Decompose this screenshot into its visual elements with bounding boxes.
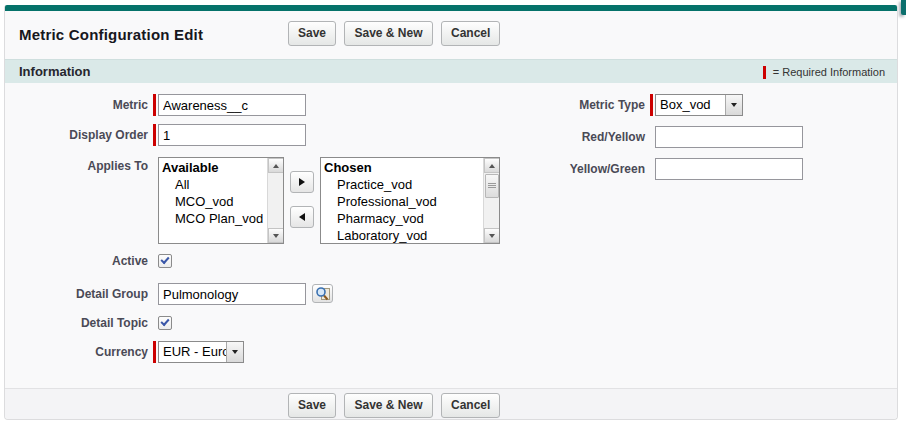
list-item[interactable]: Practice_vod	[321, 176, 483, 193]
right-arrow-icon	[299, 178, 305, 186]
yellow-green-input[interactable]	[655, 158, 803, 180]
display-order-field-row: Display Order	[11, 124, 541, 146]
red-yellow-field-row: Red/Yellow	[550, 126, 895, 148]
detail-topic-field-row: Detail Topic	[11, 315, 541, 330]
chevron-down-icon	[232, 350, 238, 354]
required-marker-icon	[153, 341, 156, 363]
detail-group-input[interactable]	[158, 283, 306, 305]
chosen-group-header: Chosen	[321, 159, 483, 176]
checkbox-check-icon	[160, 255, 169, 264]
required-legend-text: = Required Information	[773, 66, 885, 78]
save-button[interactable]: Save	[288, 393, 336, 418]
list-item[interactable]: Pharmacy_vod	[321, 210, 483, 227]
bottom-button-row: Save Save & New Cancel	[288, 393, 504, 418]
scrollbar-thumb[interactable]	[485, 174, 499, 198]
active-field-row: Active	[11, 253, 541, 268]
scroll-up-icon[interactable]	[268, 158, 284, 173]
chosen-scrollbar[interactable]	[483, 158, 499, 243]
scroll-down-icon[interactable]	[268, 228, 284, 243]
detail-topic-checkbox[interactable]	[158, 316, 172, 330]
save-and-new-button[interactable]: Save & New	[344, 393, 432, 418]
form-left-column: Metric Display Order Applies To	[11, 94, 541, 363]
background-window-edge	[901, 0, 906, 15]
yellow-green-label: Yellow/Green	[550, 158, 650, 176]
move-right-button[interactable]	[290, 171, 314, 193]
top-button-row: Save Save & New Cancel	[288, 21, 504, 46]
detail-group-field-row: Detail Group	[11, 283, 541, 305]
display-order-input[interactable]	[158, 124, 306, 146]
active-checkbox[interactable]	[158, 254, 172, 268]
list-item[interactable]: MCO_vod	[159, 193, 267, 210]
chosen-listbox[interactable]: Chosen Practice_vod Professional_vod Pha…	[320, 157, 500, 244]
metric-configuration-panel: Metric Configuration Edit Save Save & Ne…	[4, 5, 898, 420]
move-buttons	[290, 171, 314, 228]
metric-type-selected-value: Box_vod	[656, 95, 725, 115]
bottom-button-bar: Save Save & New Cancel	[5, 388, 897, 419]
lookup-icon	[315, 286, 331, 301]
information-section-header: Information = Required Information	[5, 59, 897, 83]
list-item[interactable]: Laboratory_vod	[321, 227, 483, 243]
scroll-down-icon[interactable]	[484, 228, 500, 243]
detail-topic-label: Detail Topic	[11, 315, 153, 330]
cancel-button[interactable]: Cancel	[441, 21, 500, 46]
list-item[interactable]: MCO Plan_vod	[159, 210, 267, 227]
applies-to-field-row: Applies To Available All MCO_vod MCO Pla…	[11, 157, 541, 244]
required-marker-icon	[763, 66, 766, 79]
currency-label: Currency	[11, 341, 153, 359]
save-button[interactable]: Save	[288, 21, 336, 46]
cancel-button[interactable]: Cancel	[441, 393, 500, 418]
available-group-header: Available	[159, 159, 267, 176]
metric-type-label: Metric Type	[550, 94, 650, 112]
required-info-legend: = Required Information	[763, 60, 885, 84]
dropdown-button[interactable]	[725, 95, 742, 115]
scroll-up-icon[interactable]	[484, 158, 500, 173]
list-item[interactable]: All	[159, 176, 267, 193]
dropdown-button[interactable]	[226, 342, 243, 362]
display-order-label: Display Order	[11, 124, 153, 142]
metric-field-row: Metric	[11, 94, 541, 116]
yellow-green-field-row: Yellow/Green	[550, 158, 895, 180]
applies-to-label: Applies To	[11, 157, 153, 173]
checkbox-check-icon	[160, 317, 169, 326]
currency-field-row: Currency EUR - Euro	[11, 341, 541, 363]
required-marker-icon	[153, 94, 156, 116]
red-yellow-input[interactable]	[655, 126, 803, 148]
metric-input[interactable]	[158, 94, 306, 116]
form-area: Metric Display Order Applies To	[5, 83, 897, 389]
metric-label: Metric	[11, 94, 153, 112]
form-right-column: Metric Type Box_vod Red/Yellow Yellow/Gr…	[550, 94, 895, 180]
metric-type-select[interactable]: Box_vod	[655, 94, 743, 116]
save-and-new-button[interactable]: Save & New	[344, 21, 432, 46]
left-arrow-icon	[299, 213, 305, 221]
chevron-down-icon	[731, 103, 737, 107]
available-scrollbar[interactable]	[267, 158, 283, 243]
red-yellow-label: Red/Yellow	[550, 126, 650, 144]
detail-group-label: Detail Group	[11, 283, 153, 301]
available-listbox[interactable]: Available All MCO_vod MCO Plan_vod	[158, 157, 284, 244]
section-title: Information	[19, 64, 91, 79]
list-item[interactable]: Professional_vod	[321, 193, 483, 210]
metric-type-field-row: Metric Type Box_vod	[550, 94, 895, 116]
required-marker-icon	[153, 124, 156, 146]
page-header: Metric Configuration Edit Save Save & Ne…	[5, 11, 897, 59]
currency-selected-value: EUR - Euro	[159, 342, 226, 362]
required-marker-icon	[650, 94, 653, 116]
detail-group-lookup-button[interactable]	[312, 284, 333, 303]
currency-select[interactable]: EUR - Euro	[158, 341, 244, 363]
move-left-button[interactable]	[290, 206, 314, 228]
active-label: Active	[11, 253, 153, 268]
page-title: Metric Configuration Edit	[19, 26, 203, 43]
